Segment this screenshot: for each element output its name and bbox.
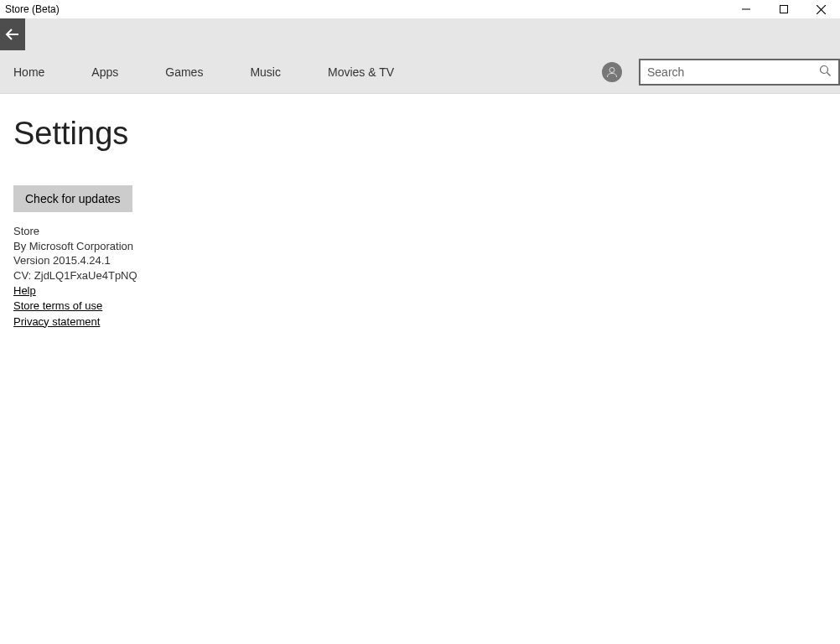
app-info: Store By Microsoft Corporation Version 2… bbox=[13, 224, 827, 283]
content: Settings Check for updates Store By Micr… bbox=[0, 94, 840, 351]
svg-point-6 bbox=[821, 65, 828, 73]
privacy-link[interactable]: Privacy statement bbox=[13, 314, 100, 330]
back-button[interactable] bbox=[0, 18, 25, 50]
nav-item-apps[interactable]: Apps bbox=[91, 50, 142, 93]
minimize-button[interactable] bbox=[727, 0, 765, 18]
window-title: Store (Beta) bbox=[5, 3, 727, 15]
navbar: Home Apps Games Music Movies & TV bbox=[0, 50, 840, 94]
search-input[interactable] bbox=[647, 65, 819, 79]
titlebar: Store (Beta) bbox=[0, 0, 840, 18]
nav-items: Home Apps Games Music Movies & TV bbox=[0, 50, 441, 93]
minimize-icon bbox=[742, 5, 750, 13]
maximize-button[interactable] bbox=[765, 0, 802, 18]
user-avatar[interactable] bbox=[602, 62, 622, 82]
terms-link[interactable]: Store terms of use bbox=[13, 299, 102, 314]
close-button[interactable] bbox=[802, 0, 840, 18]
links: Help Store terms of use Privacy statemen… bbox=[13, 283, 827, 330]
toolbar bbox=[0, 18, 840, 50]
app-version-label: Version 2015.4.24.1 bbox=[13, 253, 827, 268]
svg-rect-1 bbox=[780, 6, 787, 13]
app-name-label: Store bbox=[13, 224, 827, 239]
help-link[interactable]: Help bbox=[13, 283, 36, 299]
window-controls bbox=[727, 0, 840, 18]
user-icon bbox=[605, 65, 619, 79]
arrow-left-icon bbox=[4, 26, 21, 43]
app-publisher-label: By Microsoft Corporation bbox=[13, 239, 827, 254]
svg-point-5 bbox=[609, 67, 614, 72]
close-icon bbox=[817, 5, 826, 14]
nav-item-home[interactable]: Home bbox=[12, 50, 68, 93]
app-cv-label: CV: ZjdLQ1FxaUe4TpNQ bbox=[13, 268, 827, 283]
search-box[interactable] bbox=[639, 59, 840, 86]
nav-item-movies-tv[interactable]: Movies & TV bbox=[328, 50, 417, 93]
search-icon[interactable] bbox=[819, 65, 832, 80]
svg-line-7 bbox=[827, 72, 831, 75]
page-title: Settings bbox=[13, 116, 827, 152]
check-updates-button[interactable]: Check for updates bbox=[13, 185, 132, 212]
maximize-icon bbox=[780, 5, 788, 13]
nav-item-games[interactable]: Games bbox=[165, 50, 226, 93]
nav-item-music[interactable]: Music bbox=[250, 50, 304, 93]
